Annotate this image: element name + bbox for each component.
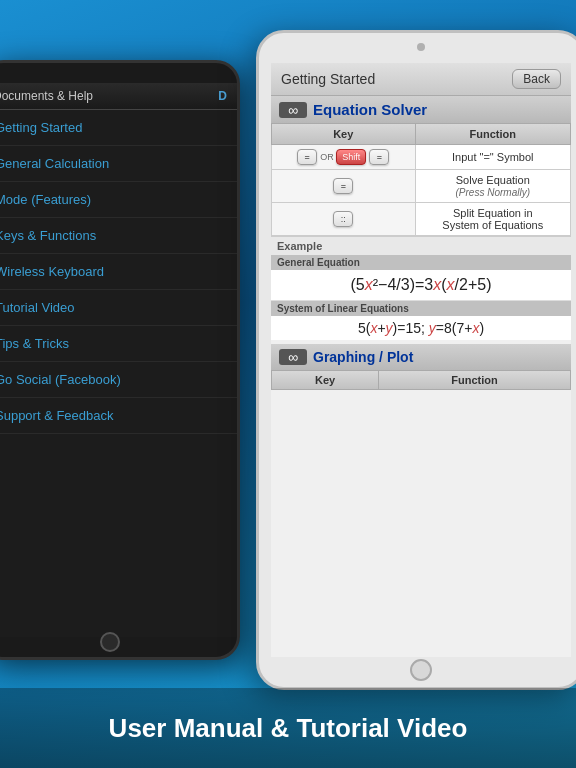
sidebar-item-mode[interactable]: Mode (Features): [0, 182, 237, 218]
var-x4: x: [370, 320, 377, 336]
key-cell-3: ::: [272, 203, 416, 236]
func-cell-2: Solve Equation(Press Normally): [415, 170, 570, 203]
sidebar-item-tips-tricks[interactable]: Tips & Tricks: [0, 326, 237, 362]
sidebar-menu: Getting Started General Calculation Mode…: [0, 110, 237, 434]
equation-solver-title: Equation Solver: [313, 101, 427, 118]
key-btn-split: ::: [333, 211, 353, 227]
screen-body: ∞ Equation Solver Key Function = OR: [271, 96, 571, 657]
sidebar-item-general-calc[interactable]: General Calculation: [0, 146, 237, 182]
graphing-plot-header: ∞ Graphing / Plot: [271, 344, 571, 370]
screen-header: Getting Started Back: [271, 63, 571, 96]
key-cell-1: = OR Shift =: [272, 145, 416, 170]
graphing-plot-title: Graphing / Plot: [313, 349, 413, 365]
func-cell-3: Split Equation inSystem of Equations: [415, 203, 570, 236]
sidebar-item-keys-functions[interactable]: Keys & Functions: [0, 218, 237, 254]
ipad-device: Getting Started Back ∞ Equation Solver K…: [256, 30, 576, 690]
bottom-title-text: User Manual & Tutorial Video: [109, 713, 468, 744]
table-row: :: Split Equation inSystem of Equations: [272, 203, 571, 236]
ipad-screen: Getting Started Back ∞ Equation Solver K…: [271, 63, 571, 657]
example-section: Example: [271, 236, 571, 255]
func-cell-1: Input "=" Symbol: [415, 145, 570, 170]
table-row: = Solve Equation(Press Normally): [272, 170, 571, 203]
key-btn-eq3: =: [333, 178, 353, 194]
sidebar-header-text: Documents & Help: [0, 89, 93, 103]
sidebar-item-support-feedback[interactable]: Support & Feedback: [0, 398, 237, 434]
table-row: = OR Shift = Input "=" Symbol: [272, 145, 571, 170]
infinity-icon-2: ∞: [279, 349, 307, 365]
col-header-key: Key: [272, 124, 416, 145]
equation-solver-table: Key Function = OR Shift = Input "=" Symb…: [271, 123, 571, 236]
graphing-table: Key Function: [271, 370, 571, 390]
system-equations-label: System of Linear Equations: [271, 301, 571, 316]
var-x2: x: [433, 276, 441, 293]
sidebar-item-getting-started[interactable]: Getting Started: [0, 110, 237, 146]
var-x5: x: [472, 320, 479, 336]
sidebar-item-tutorial-video[interactable]: Tutorial Video: [0, 290, 237, 326]
sidebar-header: Documents & Help D: [0, 83, 237, 110]
camera: [417, 43, 425, 51]
var-x3: x: [447, 276, 455, 293]
sidebar-header-short: D: [218, 89, 227, 103]
ipad-home-button[interactable]: [410, 659, 432, 681]
var-y2: y: [429, 320, 436, 336]
var-y1: y: [386, 320, 393, 336]
sidebar-item-wireless-keyboard[interactable]: Wireless Keyboard: [0, 254, 237, 290]
general-equation-display: (5x²−4/3)=3x(x/2+5): [271, 270, 571, 301]
col-header-function: Function: [415, 124, 570, 145]
key-btn-shift: Shift: [336, 149, 366, 165]
var-x1: x: [365, 276, 373, 293]
graphing-col-function: Function: [379, 371, 571, 390]
example-label: Example: [277, 240, 322, 252]
graphing-col-key: Key: [272, 371, 379, 390]
bottom-title-bar: User Manual & Tutorial Video: [0, 688, 576, 768]
key-btn-eq: =: [297, 149, 317, 165]
screen-title: Getting Started: [281, 71, 375, 87]
key-cell-2: =: [272, 170, 416, 203]
sidebar-device: Documents & Help D Getting Started Gener…: [0, 60, 240, 660]
equation-solver-header: ∞ Equation Solver: [271, 96, 571, 123]
system-equation-display: 5(x+y)=15; y=8(7+x): [271, 316, 571, 340]
back-button[interactable]: Back: [512, 69, 561, 89]
key-btn-eq2: =: [369, 149, 389, 165]
general-equation-label: General Equation: [271, 255, 571, 270]
infinity-icon-1: ∞: [279, 102, 307, 118]
sidebar-screen: Documents & Help D Getting Started Gener…: [0, 83, 237, 637]
sidebar-item-go-social[interactable]: Go Social (Facebook): [0, 362, 237, 398]
home-button[interactable]: [100, 632, 120, 652]
